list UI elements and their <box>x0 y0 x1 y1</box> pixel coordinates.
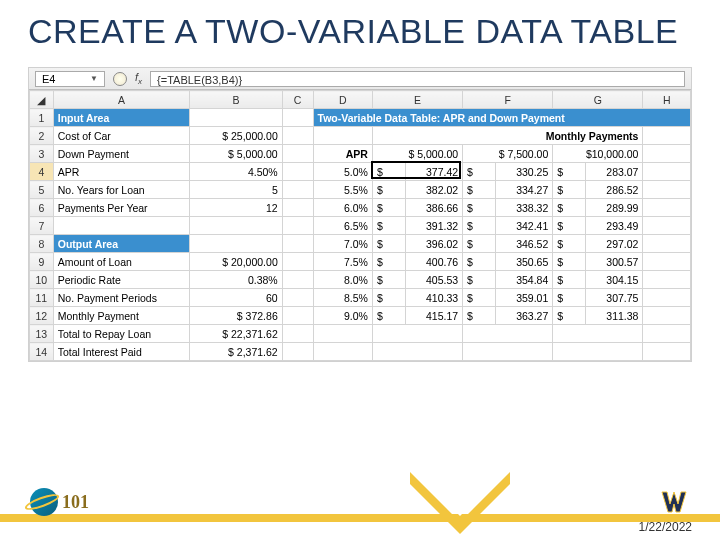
cell[interactable] <box>643 127 691 145</box>
row-header[interactable]: 7 <box>30 217 54 235</box>
cell[interactable]: 8.5% <box>313 289 372 307</box>
cell[interactable] <box>282 253 313 271</box>
cell[interactable]: $ <box>372 271 405 289</box>
cell[interactable] <box>643 271 691 289</box>
chevron-down-icon[interactable]: ▼ <box>90 72 98 86</box>
row-header[interactable]: 4 <box>30 163 54 181</box>
cell[interactable] <box>282 109 313 127</box>
output-area-header[interactable]: Output Area <box>53 235 189 253</box>
row-header[interactable]: 5 <box>30 181 54 199</box>
cell[interactable]: $ <box>463 163 496 181</box>
cell[interactable]: Monthly Payment <box>53 307 189 325</box>
cell[interactable] <box>282 163 313 181</box>
cell[interactable]: 405.53 <box>406 271 463 289</box>
row-header[interactable]: 3 <box>30 145 54 163</box>
cell[interactable]: $ <box>553 289 586 307</box>
cell[interactable] <box>190 109 283 127</box>
cell[interactable]: 338.32 <box>496 199 553 217</box>
cell[interactable]: $ <box>372 217 405 235</box>
cell[interactable]: $ <box>463 217 496 235</box>
cell[interactable] <box>190 217 283 235</box>
cell[interactable]: $ 25,000.00 <box>190 127 283 145</box>
cell[interactable]: 5 <box>190 181 283 199</box>
input-area-header[interactable]: Input Area <box>53 109 189 127</box>
cell[interactable]: 346.52 <box>496 235 553 253</box>
row-header[interactable]: 10 <box>30 271 54 289</box>
cell[interactable]: $ <box>372 253 405 271</box>
cell[interactable]: 400.76 <box>406 253 463 271</box>
cell[interactable] <box>643 145 691 163</box>
cell[interactable]: $ <box>463 181 496 199</box>
row-header[interactable]: 14 <box>30 343 54 361</box>
cell[interactable]: Periodic Rate <box>53 271 189 289</box>
cell[interactable]: 0.38% <box>190 271 283 289</box>
cell[interactable]: $ <box>372 289 405 307</box>
cell[interactable] <box>282 343 313 361</box>
row-header[interactable]: 9 <box>30 253 54 271</box>
cell[interactable]: Payments Per Year <box>53 199 189 217</box>
cell[interactable]: 12 <box>190 199 283 217</box>
col-H[interactable]: H <box>643 91 691 109</box>
two-var-header[interactable]: Two-Variable Data Table: APR and Down Pa… <box>313 109 690 127</box>
cell[interactable]: Total to Repay Loan <box>53 325 189 343</box>
cell[interactable]: 7.5% <box>313 253 372 271</box>
cell[interactable]: 300.57 <box>586 253 643 271</box>
col-G[interactable]: G <box>553 91 643 109</box>
col-A[interactable]: A <box>53 91 189 109</box>
col-C[interactable]: C <box>282 91 313 109</box>
formula-input[interactable]: {=TABLE(B3,B4)} <box>150 71 685 87</box>
cell[interactable] <box>643 325 691 343</box>
cell[interactable]: $ 5,000.00 <box>190 145 283 163</box>
col-E[interactable]: E <box>372 91 462 109</box>
apr-label[interactable]: APR <box>313 145 372 163</box>
cell[interactable] <box>643 163 691 181</box>
cell[interactable]: $ <box>553 235 586 253</box>
cell[interactable] <box>282 181 313 199</box>
cell[interactable]: $10,000.00 <box>553 145 643 163</box>
cell[interactable] <box>282 217 313 235</box>
cell[interactable]: 283.07 <box>586 163 643 181</box>
cell[interactable]: 286.52 <box>586 181 643 199</box>
cell[interactable]: APR <box>53 163 189 181</box>
cell[interactable]: 410.33 <box>406 289 463 307</box>
cell[interactable]: $ 5,000.00 <box>372 145 462 163</box>
cell[interactable]: 342.41 <box>496 217 553 235</box>
cancel-icon[interactable] <box>113 72 127 86</box>
cell[interactable]: 330.25 <box>496 163 553 181</box>
cell[interactable]: $ 372.86 <box>190 307 283 325</box>
cell[interactable] <box>53 217 189 235</box>
cell[interactable]: $ <box>463 289 496 307</box>
cell[interactable]: 6.5% <box>313 217 372 235</box>
cell[interactable]: 5.0% <box>313 163 372 181</box>
cell[interactable]: 60 <box>190 289 283 307</box>
cell[interactable]: $ <box>553 199 586 217</box>
cell[interactable]: 7.0% <box>313 235 372 253</box>
row-header[interactable]: 6 <box>30 199 54 217</box>
cell[interactable]: $ <box>463 271 496 289</box>
cell[interactable]: 382.02 <box>406 181 463 199</box>
cell[interactable] <box>282 199 313 217</box>
cell[interactable] <box>553 325 643 343</box>
cell[interactable]: 289.99 <box>586 199 643 217</box>
cell[interactable]: $ <box>553 271 586 289</box>
cell[interactable] <box>643 253 691 271</box>
fx-icon[interactable]: fx <box>135 71 142 86</box>
monthly-payments-header[interactable]: Monthly Payments <box>372 127 643 145</box>
cell[interactable]: Amount of Loan <box>53 253 189 271</box>
cell[interactable]: 396.02 <box>406 235 463 253</box>
cell[interactable] <box>313 127 372 145</box>
col-D[interactable]: D <box>313 91 372 109</box>
cell[interactable] <box>282 145 313 163</box>
row-header[interactable]: 13 <box>30 325 54 343</box>
cell[interactable]: 391.32 <box>406 217 463 235</box>
cell[interactable]: Down Payment <box>53 145 189 163</box>
name-box[interactable]: E4 ▼ <box>35 71 105 87</box>
cell[interactable] <box>643 307 691 325</box>
cell[interactable]: $ <box>553 253 586 271</box>
cell[interactable] <box>372 343 462 361</box>
cell[interactable] <box>643 181 691 199</box>
cell[interactable] <box>313 343 372 361</box>
cell[interactable]: No. Years for Loan <box>53 181 189 199</box>
cell[interactable]: 307.75 <box>586 289 643 307</box>
cell[interactable]: $ <box>553 307 586 325</box>
